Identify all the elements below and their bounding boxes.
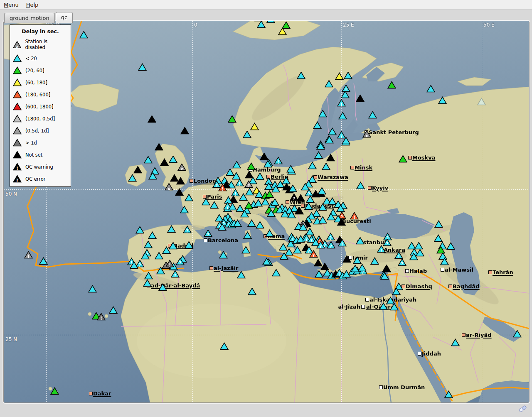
station-triangle[interactable]: x — [165, 183, 173, 191]
station-triangle[interactable] — [256, 172, 264, 180]
station-triangle[interactable] — [322, 162, 330, 170]
station-triangle[interactable] — [267, 209, 276, 217]
station-triangle[interactable] — [451, 339, 460, 346]
station-triangle[interactable] — [313, 121, 322, 129]
station-triangle[interactable] — [426, 85, 435, 93]
station-triangle[interactable] — [176, 177, 185, 185]
station-triangle[interactable] — [380, 272, 389, 280]
station-triangle[interactable] — [356, 94, 365, 102]
station-triangle[interactable] — [175, 188, 184, 196]
station-triangle[interactable] — [167, 225, 176, 233]
station-triangle[interactable]: ! — [350, 212, 359, 220]
station-triangle[interactable] — [316, 142, 325, 150]
station-triangle[interactable] — [243, 231, 252, 239]
station-triangle[interactable] — [156, 267, 165, 275]
station-triangle[interactable] — [228, 115, 236, 123]
station-triangle[interactable] — [254, 199, 263, 207]
station-triangle[interactable]: ? — [176, 258, 185, 265]
station-triangle[interactable] — [392, 287, 401, 295]
station-triangle[interactable] — [434, 234, 443, 242]
station-triangle[interactable]: ? — [316, 241, 325, 249]
station-triangle[interactable] — [338, 112, 347, 120]
station-triangle[interactable] — [135, 226, 144, 234]
station-triangle[interactable] — [239, 193, 248, 201]
station-triangle[interactable]: ? — [171, 270, 180, 278]
station-triangle[interactable] — [244, 201, 253, 209]
station-triangle[interactable] — [335, 72, 344, 80]
station-triangle[interactable] — [144, 272, 153, 280]
station-triangle[interactable] — [326, 154, 335, 162]
station-triangle[interactable] — [409, 253, 418, 260]
station-triangle[interactable] — [353, 256, 362, 264]
station-triangle[interactable] — [477, 98, 486, 105]
station-triangle[interactable] — [318, 216, 327, 224]
station-triangle[interactable] — [130, 261, 138, 269]
station-triangle[interactable] — [160, 158, 169, 166]
station-triangle[interactable] — [513, 330, 522, 338]
station-triangle[interactable]: ? — [204, 229, 212, 237]
station-triangle[interactable] — [169, 155, 177, 163]
station-triangle[interactable] — [280, 252, 288, 260]
station-triangle[interactable] — [288, 184, 297, 192]
menu-item-menu[interactable]: Menu — [0, 1, 22, 9]
station-triangle[interactable] — [148, 231, 157, 239]
station-triangle[interactable] — [220, 342, 229, 350]
station-triangle[interactable] — [50, 387, 59, 395]
station-triangle[interactable]: ? — [327, 241, 335, 249]
station-triangle[interactable] — [434, 220, 443, 228]
station-triangle[interactable] — [304, 202, 313, 210]
station-triangle[interactable] — [387, 81, 396, 89]
station-triangle[interactable] — [128, 174, 137, 182]
station-triangle[interactable] — [237, 271, 246, 279]
station-triangle[interactable] — [271, 198, 279, 206]
station-triangle[interactable]: ? — [326, 233, 335, 240]
station-triangle[interactable] — [180, 127, 189, 135]
station-triangle[interactable] — [155, 143, 163, 151]
station-triangle[interactable] — [162, 246, 171, 254]
station-triangle[interactable] — [248, 287, 256, 295]
station-triangle[interactable] — [370, 257, 379, 265]
station-triangle[interactable] — [379, 302, 388, 310]
station-triangle[interactable]: ? — [398, 258, 406, 266]
station-triangle[interactable]: ? — [244, 180, 253, 188]
station-triangle[interactable] — [228, 203, 237, 211]
station-triangle[interactable] — [278, 27, 287, 35]
menu-item-help[interactable]: Help — [22, 1, 42, 9]
station-triangle[interactable] — [440, 258, 449, 265]
station-triangle[interactable]: ! — [337, 99, 346, 107]
station-triangle[interactable] — [314, 151, 323, 159]
station-triangle[interactable] — [148, 172, 157, 180]
station-triangle[interactable] — [265, 229, 274, 237]
station-triangle[interactable] — [232, 161, 241, 169]
station-triangle[interactable] — [148, 115, 156, 123]
station-triangle[interactable] — [39, 257, 48, 265]
station-triangle[interactable] — [241, 246, 250, 254]
station-triangle[interactable] — [295, 206, 303, 214]
station-triangle[interactable] — [144, 156, 153, 164]
station-triangle[interactable] — [438, 96, 447, 104]
station-triangle[interactable] — [247, 219, 256, 227]
station-triangle[interactable] — [218, 223, 227, 231]
station-triangle[interactable] — [210, 201, 219, 209]
station-triangle[interactable] — [257, 21, 266, 28]
tab-qc[interactable]: qc — [56, 12, 73, 23]
station-triangle[interactable] — [342, 137, 350, 145]
station-triangle[interactable] — [138, 63, 147, 71]
station-triangle[interactable] — [318, 110, 327, 118]
station-triangle[interactable] — [382, 265, 391, 272]
station-triangle[interactable] — [296, 194, 305, 202]
station-triangle[interactable] — [390, 303, 399, 311]
station-triangle[interactable] — [256, 221, 264, 229]
station-triangle[interactable] — [144, 240, 153, 248]
station-triangle[interactable] — [180, 206, 189, 213]
station-triangle[interactable] — [341, 91, 350, 98]
station-triangle[interactable] — [358, 264, 367, 272]
station-triangle[interactable] — [141, 252, 150, 260]
station-triangle[interactable] — [356, 237, 365, 245]
station-triangle[interactable]: ! — [235, 179, 244, 186]
station-triangle[interactable] — [399, 155, 407, 163]
station-triangle[interactable] — [325, 136, 334, 144]
station-triangle[interactable]: ! — [274, 157, 283, 164]
station-triangle[interactable] — [243, 130, 251, 138]
station-triangle[interactable] — [446, 242, 455, 250]
